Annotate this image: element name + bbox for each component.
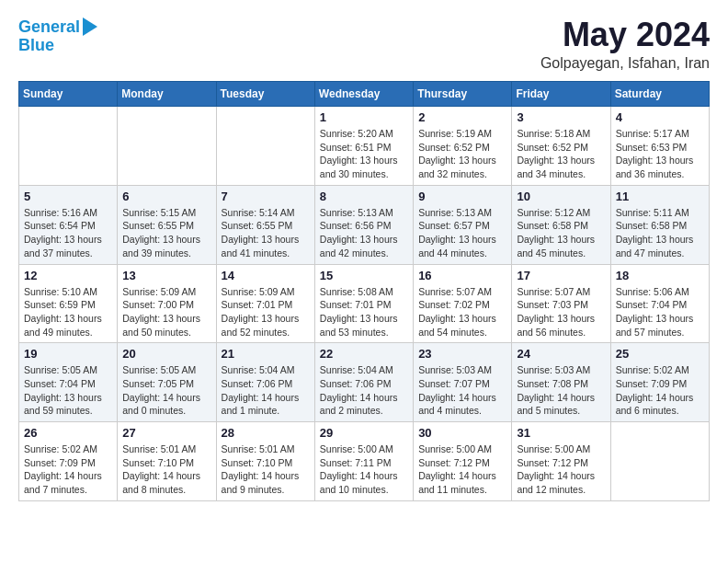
day-number: 19 [24, 347, 112, 361]
day-number: 30 [418, 426, 506, 440]
day-detail: Sunrise: 5:06 AM Sunset: 7:04 PM Dayligh… [616, 285, 704, 339]
calendar-cell: 23Sunrise: 5:03 AM Sunset: 7:07 PM Dayli… [414, 343, 512, 422]
day-detail: Sunrise: 5:02 AM Sunset: 7:09 PM Dayligh… [616, 363, 704, 418]
day-number: 6 [122, 190, 210, 203]
day-detail: Sunrise: 5:13 AM Sunset: 6:56 PM Dayligh… [320, 206, 408, 260]
day-detail: Sunrise: 5:05 AM Sunset: 7:04 PM Dayligh… [24, 363, 112, 418]
calendar-cell: 27Sunrise: 5:01 AM Sunset: 7:10 PM Dayli… [118, 422, 216, 501]
weekday-header-monday: Monday [118, 82, 216, 107]
day-number: 1 [320, 110, 408, 124]
day-detail: Sunrise: 5:14 AM Sunset: 6:55 PM Dayligh… [222, 206, 310, 260]
day-number: 18 [616, 269, 704, 282]
calendar-week-row: 12Sunrise: 5:10 AM Sunset: 6:59 PM Dayli… [19, 264, 710, 343]
day-detail: Sunrise: 5:10 AM Sunset: 6:59 PM Dayligh… [24, 285, 112, 339]
day-detail: Sunrise: 5:03 AM Sunset: 7:07 PM Dayligh… [418, 363, 506, 418]
day-number: 29 [320, 426, 408, 440]
day-number: 21 [222, 347, 310, 361]
day-number: 11 [616, 190, 704, 203]
day-number: 15 [320, 269, 408, 282]
day-detail: Sunrise: 5:11 AM Sunset: 6:58 PM Dayligh… [616, 206, 704, 260]
calendar-cell: 15Sunrise: 5:08 AM Sunset: 7:01 PM Dayli… [314, 264, 413, 343]
calendar-cell: 31Sunrise: 5:00 AM Sunset: 7:12 PM Dayli… [512, 422, 610, 501]
calendar-cell [216, 107, 314, 186]
day-detail: Sunrise: 5:01 AM Sunset: 7:10 PM Dayligh… [222, 442, 310, 497]
day-detail: Sunrise: 5:17 AM Sunset: 6:53 PM Dayligh… [616, 127, 704, 181]
day-detail: Sunrise: 5:04 AM Sunset: 7:06 PM Dayligh… [320, 363, 408, 418]
day-detail: Sunrise: 5:05 AM Sunset: 7:05 PM Dayligh… [122, 363, 210, 418]
weekday-header-thursday: Thursday [414, 82, 512, 107]
day-number: 7 [222, 190, 310, 203]
calendar-cell: 28Sunrise: 5:01 AM Sunset: 7:10 PM Dayli… [216, 422, 314, 501]
calendar-cell: 9Sunrise: 5:13 AM Sunset: 6:57 PM Daylig… [414, 185, 512, 264]
day-number: 17 [517, 269, 605, 282]
day-number: 14 [222, 269, 310, 282]
day-number: 23 [418, 347, 506, 361]
day-detail: Sunrise: 5:02 AM Sunset: 7:09 PM Dayligh… [24, 442, 112, 497]
weekday-header-tuesday: Tuesday [216, 82, 314, 107]
day-number: 8 [320, 190, 408, 203]
day-detail: Sunrise: 5:09 AM Sunset: 7:01 PM Dayligh… [222, 285, 310, 339]
day-detail: Sunrise: 5:01 AM Sunset: 7:10 PM Dayligh… [122, 442, 210, 497]
weekday-header-friday: Friday [512, 82, 610, 107]
day-number: 9 [418, 190, 506, 203]
calendar-cell: 24Sunrise: 5:03 AM Sunset: 7:08 PM Dayli… [512, 343, 610, 422]
title-section: May 2024 Golpayegan, Isfahan, Iran [540, 18, 710, 72]
calendar-cell: 1Sunrise: 5:20 AM Sunset: 6:51 PM Daylig… [314, 107, 413, 186]
logo-blue-text: Blue [18, 37, 97, 55]
calendar-week-row: 5Sunrise: 5:16 AM Sunset: 6:54 PM Daylig… [19, 185, 710, 264]
day-detail: Sunrise: 5:08 AM Sunset: 7:01 PM Dayligh… [320, 285, 408, 339]
day-detail: Sunrise: 5:13 AM Sunset: 6:57 PM Dayligh… [418, 206, 506, 260]
calendar-cell: 20Sunrise: 5:05 AM Sunset: 7:05 PM Dayli… [118, 343, 216, 422]
logo: General Blue [18, 18, 97, 55]
weekday-header-wednesday: Wednesday [314, 82, 413, 107]
logo-text: General [18, 18, 80, 37]
day-detail: Sunrise: 5:03 AM Sunset: 7:08 PM Dayligh… [517, 363, 605, 418]
day-detail: Sunrise: 5:16 AM Sunset: 6:54 PM Dayligh… [24, 206, 112, 260]
day-number: 16 [418, 269, 506, 282]
calendar-cell: 18Sunrise: 5:06 AM Sunset: 7:04 PM Dayli… [610, 264, 709, 343]
calendar-cell: 19Sunrise: 5:05 AM Sunset: 7:04 PM Dayli… [19, 343, 118, 422]
day-number: 12 [24, 269, 112, 282]
day-number: 26 [24, 426, 112, 440]
calendar-cell: 29Sunrise: 5:00 AM Sunset: 7:11 PM Dayli… [314, 422, 413, 501]
calendar-cell: 11Sunrise: 5:11 AM Sunset: 6:58 PM Dayli… [610, 185, 709, 264]
calendar-cell: 26Sunrise: 5:02 AM Sunset: 7:09 PM Dayli… [19, 422, 118, 501]
day-number: 22 [320, 347, 408, 361]
day-number: 28 [222, 426, 310, 440]
day-number: 25 [616, 347, 704, 361]
calendar-cell [118, 107, 216, 186]
day-detail: Sunrise: 5:00 AM Sunset: 7:11 PM Dayligh… [320, 442, 408, 497]
calendar-cell: 10Sunrise: 5:12 AM Sunset: 6:58 PM Dayli… [512, 185, 610, 264]
day-detail: Sunrise: 5:19 AM Sunset: 6:52 PM Dayligh… [418, 127, 506, 181]
day-number: 20 [122, 347, 210, 361]
month-title: May 2024 [540, 18, 710, 52]
calendar-cell: 3Sunrise: 5:18 AM Sunset: 6:52 PM Daylig… [512, 107, 610, 186]
day-detail: Sunrise: 5:12 AM Sunset: 6:58 PM Dayligh… [517, 206, 605, 260]
day-detail: Sunrise: 5:15 AM Sunset: 6:55 PM Dayligh… [122, 206, 210, 260]
weekday-header-sunday: Sunday [19, 82, 118, 107]
calendar-cell [19, 107, 118, 186]
weekday-header-saturday: Saturday [610, 82, 709, 107]
weekday-header-row: SundayMondayTuesdayWednesdayThursdayFrid… [19, 82, 710, 107]
calendar-cell: 8Sunrise: 5:13 AM Sunset: 6:56 PM Daylig… [314, 185, 413, 264]
day-number: 4 [616, 110, 704, 124]
day-number: 10 [517, 190, 605, 203]
calendar-cell: 30Sunrise: 5:00 AM Sunset: 7:12 PM Dayli… [414, 422, 512, 501]
calendar-cell [610, 422, 709, 501]
day-detail: Sunrise: 5:00 AM Sunset: 7:12 PM Dayligh… [418, 442, 506, 497]
calendar-cell: 16Sunrise: 5:07 AM Sunset: 7:02 PM Dayli… [414, 264, 512, 343]
calendar-cell: 4Sunrise: 5:17 AM Sunset: 6:53 PM Daylig… [610, 107, 709, 186]
day-detail: Sunrise: 5:07 AM Sunset: 7:03 PM Dayligh… [517, 285, 605, 339]
calendar-cell: 5Sunrise: 5:16 AM Sunset: 6:54 PM Daylig… [19, 185, 118, 264]
calendar-cell: 2Sunrise: 5:19 AM Sunset: 6:52 PM Daylig… [414, 107, 512, 186]
calendar-cell: 13Sunrise: 5:09 AM Sunset: 7:00 PM Dayli… [118, 264, 216, 343]
day-detail: Sunrise: 5:07 AM Sunset: 7:02 PM Dayligh… [418, 285, 506, 339]
page-header: General Blue May 2024 Golpayegan, Isfaha… [18, 18, 710, 72]
day-number: 31 [517, 426, 605, 440]
calendar-week-row: 1Sunrise: 5:20 AM Sunset: 6:51 PM Daylig… [19, 107, 710, 186]
calendar-cell: 7Sunrise: 5:14 AM Sunset: 6:55 PM Daylig… [216, 185, 314, 264]
calendar-week-row: 19Sunrise: 5:05 AM Sunset: 7:04 PM Dayli… [19, 343, 710, 422]
calendar-cell: 6Sunrise: 5:15 AM Sunset: 6:55 PM Daylig… [118, 185, 216, 264]
calendar-table: SundayMondayTuesdayWednesdayThursdayFrid… [18, 81, 710, 501]
calendar-cell: 14Sunrise: 5:09 AM Sunset: 7:01 PM Dayli… [216, 264, 314, 343]
